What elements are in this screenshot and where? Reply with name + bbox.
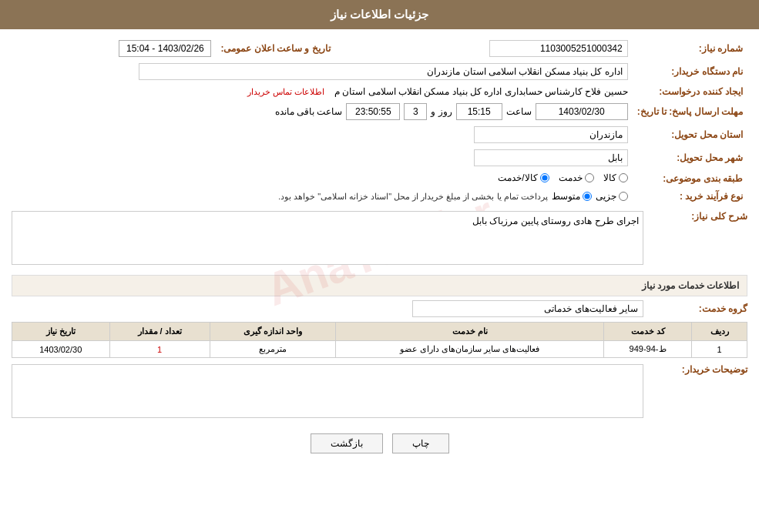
tabaqe-label: طبقه بندی موضوعی: <box>633 169 747 188</box>
farayand-label: نوع فرآیند خرید : <box>633 188 747 205</box>
row-dastgah: نام دستگاه خریدار: اداره کل بنیاد مسکن ا… <box>12 60 747 83</box>
services-table-body: 1 ط-94-949 فعالیت‌های سایر سازمان‌های دا… <box>12 341 747 358</box>
radio-khedmat[interactable] <box>585 173 594 182</box>
radio-kala-khedmat-label: کالا/خدمت <box>498 172 537 183</box>
back-button[interactable]: بازگشت <box>311 433 383 453</box>
col-tedad: تعداد / مقدار <box>109 323 210 341</box>
khedamat-section-header: اطلاعات خدمات مورد نیاز <box>12 275 747 296</box>
cell-vahed: مترمربع <box>210 341 335 358</box>
baghi-label: ساعت باقی مانده <box>275 106 343 117</box>
shomare-label: شماره نیاز: <box>633 37 747 60</box>
radio-kala[interactable] <box>619 173 628 182</box>
radio-kala-khedmat-item: کالا/خدمت <box>498 172 549 183</box>
radio-motevaset[interactable] <box>583 192 592 201</box>
col-name: نام خدمت <box>336 323 604 341</box>
cell-name: فعالیت‌های سایر سازمان‌های دارای عضو <box>336 341 604 358</box>
radio-khedmat-item: خدمت <box>559 172 594 183</box>
tozihat-box <box>12 364 643 418</box>
farayand-row: جزیی متوسط پرداخت تمام یا بخشی از مبلغ خ… <box>16 191 628 202</box>
radio-motevaset-label: متوسط <box>552 191 580 202</box>
row-shomare: شماره نیاز: 1103005251000342 تاریخ و ساع… <box>12 37 747 60</box>
mohlat-rooz: 3 <box>404 103 427 120</box>
table-row: 1 ط-94-949 فعالیت‌های سایر سازمان‌های دا… <box>12 341 747 358</box>
row-ostan: استان محل تحویل: مازندران <box>12 123 747 146</box>
saat-label: ساعت <box>506 106 532 117</box>
tabaqe-radio-group: کالا خدمت کالا/خدمت <box>498 172 627 183</box>
tozihat-row: توضیحات خریدار: <box>12 364 747 422</box>
cell-radif: 1 <box>692 341 747 358</box>
radio-khedmat-label: خدمت <box>559 172 583 183</box>
row-farayand: نوع فرآیند خرید : جزیی متوسط پرداخت تمام… <box>12 188 747 205</box>
mohlat-saat: 15:15 <box>456 103 502 120</box>
mohlat-label: مهلت ارسال پاسخ: تا تاریخ: <box>633 100 747 123</box>
print-button[interactable]: چاپ <box>392 433 449 453</box>
cell-tarikh: 1403/02/30 <box>12 341 110 358</box>
grooh-value: سایر فعالیت‌های خدماتی <box>412 300 643 317</box>
row-tabaqe: طبقه بندی موضوعی: کالا خدمت <box>12 169 747 188</box>
shahr-value: بابل <box>474 149 628 166</box>
sharh-box: اجرای طرح هادی روستای پایین مرزباک بابل <box>12 211 643 265</box>
col-kod: کد خدمت <box>604 323 692 341</box>
page-header: جزئیات اطلاعات نیاز <box>0 0 759 29</box>
cell-tedad: 1 <box>109 341 210 358</box>
page-title: جزئیات اطلاعات نیاز <box>331 8 428 21</box>
ijad-value: حسین فلاح کارشناس حسابداری اداره کل بنیا… <box>334 86 628 97</box>
radio-jozei[interactable] <box>619 192 628 201</box>
cell-kod: ط-94-949 <box>604 341 692 358</box>
radio-kala-item: کالا <box>603 172 628 183</box>
col-tarikh: تاریخ نیاز <box>12 323 110 341</box>
radio-motevaset-item: متوسط <box>552 191 592 202</box>
radio-jozei-label: جزیی <box>596 191 616 202</box>
mohlat-row: 1403/02/30 ساعت 15:15 روز و 3 23:50:55 س… <box>16 103 628 120</box>
tozihat-label: توضیحات خریدار: <box>647 364 747 375</box>
row-mohlat: مهلت ارسال پاسخ: تا تاریخ: 1403/02/30 سا… <box>12 100 747 123</box>
radio-jozei-item: جزیی <box>596 191 628 202</box>
services-table-head: ردیف کد خدمت نام خدمت واحد اندازه گیری ت… <box>12 323 747 341</box>
info-table: شماره نیاز: 1103005251000342 تاریخ و ساع… <box>12 37 747 205</box>
dastgah-label: نام دستگاه خریدار: <box>633 60 747 83</box>
shomare-value: 1103005251000342 <box>489 40 628 57</box>
grooh-row: گروه خدمت: سایر فعالیت‌های خدماتی <box>12 300 747 317</box>
sharh-value: اجرای طرح هادی روستای پایین مرزباک بابل <box>472 216 639 226</box>
radio-kala-khedmat[interactable] <box>540 173 549 182</box>
grooh-label: گروه خدمت: <box>647 303 747 314</box>
services-table: ردیف کد خدمت نام خدمت واحد اندازه گیری ت… <box>12 322 747 358</box>
content-area: AnaTender شماره نیاز: 1103005251000342 ت… <box>0 29 759 473</box>
sharh-row: شرح کلی نیاز: اجرای طرح هادی روستای پایی… <box>12 211 747 269</box>
button-bar: چاپ بازگشت <box>12 433 747 453</box>
page-container: جزئیات اطلاعات نیاز AnaTender شماره نیاز… <box>0 0 759 532</box>
mohlat-baghi: 23:50:55 <box>346 103 400 120</box>
rooz-label: روز و <box>431 106 452 117</box>
tarikh-label: تاریخ و ساعت اعلان عمومی: <box>216 37 334 60</box>
tarikh-value: 1403/02/26 - 15:04 <box>119 40 211 57</box>
col-vahed: واحد اندازه گیری <box>210 323 335 341</box>
dastgah-value: اداره کل بنیاد مسکن انقلاب اسلامی استان … <box>139 63 628 80</box>
sharh-label: شرح کلی نیاز: <box>647 211 747 222</box>
row-shahr: شهر محل تحویل: بابل <box>12 146 747 169</box>
ostan-label: استان محل تحویل: <box>633 123 747 146</box>
radio-kala-label: کالا <box>603 172 616 183</box>
farayand-desc: پرداخت تمام یا بخشی از مبلغ خریدار از مح… <box>278 192 548 202</box>
contact-link[interactable]: اطلاعات تماس خریدار <box>247 87 324 96</box>
row-ijad: ایجاد کننده درخواست: حسین فلاح کارشناس ح… <box>12 83 747 100</box>
shahr-label: شهر محل تحویل: <box>633 146 747 169</box>
ostan-value: مازندران <box>474 126 628 143</box>
table-header-row: ردیف کد خدمت نام خدمت واحد اندازه گیری ت… <box>12 323 747 341</box>
ijad-label: ایجاد کننده درخواست: <box>633 83 747 100</box>
col-radif: ردیف <box>692 323 747 341</box>
mohlat-date: 1403/02/30 <box>536 103 628 120</box>
